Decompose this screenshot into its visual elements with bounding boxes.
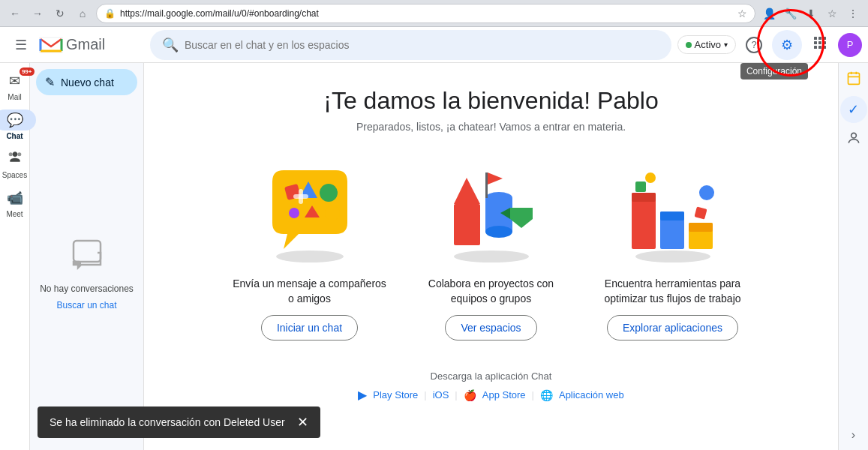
- avatar[interactable]: P: [838, 33, 862, 57]
- contacts-button[interactable]: [840, 126, 867, 153]
- star-icon[interactable]: ☆: [737, 8, 747, 20]
- svg-rect-36: [660, 212, 684, 220]
- profile-icon[interactable]: 👤: [760, 4, 778, 22]
- svg-rect-5: [818, 41, 821, 44]
- search-icon: 🔍: [162, 37, 179, 53]
- find-chat-link[interactable]: Buscar un chat: [56, 300, 116, 310]
- svg-rect-21: [293, 194, 308, 199]
- appstore-link[interactable]: App Store: [482, 389, 526, 400]
- gmail-logo-text: Gmail: [66, 36, 105, 53]
- forward-button[interactable]: →: [29, 4, 47, 22]
- new-chat-label: Nuevo chat: [61, 76, 114, 88]
- svg-rect-39: [635, 182, 646, 192]
- svg-rect-9: [823, 46, 826, 49]
- cards-row: Envía un mensaje a compañeros o amigos I…: [231, 163, 752, 340]
- sidebar-item-spaces[interactable]: Spaces: [0, 144, 30, 183]
- search-input[interactable]: [185, 39, 659, 51]
- new-chat-button[interactable]: ✎ Nuevo chat: [36, 69, 137, 95]
- content-area: ✉ 99+ Mail 💬 Chat: [0, 63, 868, 450]
- notification-bar: Se ha eliminado la conversación con Dele…: [38, 406, 320, 438]
- topbar-left: ☰ Gmail: [0, 30, 144, 60]
- gmail-logo-icon: [39, 36, 63, 54]
- reload-button[interactable]: ↻: [51, 4, 69, 22]
- card-collaborate: Colabora en proyectos con equipos o grup…: [413, 163, 570, 340]
- appstore-icon: 🍎: [464, 389, 476, 401]
- ios-link[interactable]: iOS: [433, 389, 449, 400]
- extension-icon[interactable]: 🔧: [781, 4, 799, 22]
- calendar-button[interactable]: [840, 66, 867, 93]
- help-button[interactable]: ?: [739, 30, 769, 60]
- status-dot: [686, 42, 692, 48]
- svg-rect-23: [454, 204, 480, 245]
- chevron-right-icon: ›: [851, 428, 855, 442]
- card-chat-text: Envía un mensaje a compañeros o amigos: [231, 277, 389, 306]
- store-links: ▶ Play Store | iOS | 🍎 App Store | 🌐 Apl…: [358, 388, 623, 402]
- address-bar: 🔒 https://mail.google.com/mail/u/0/#onbo…: [96, 4, 755, 23]
- menu-button[interactable]: ☰: [6, 30, 36, 60]
- left-panel: ✎ Nuevo chat No hay conversaciones Busca…: [30, 63, 144, 450]
- svg-point-16: [320, 184, 338, 202]
- notification-close-button[interactable]: ✕: [297, 414, 308, 430]
- svg-point-11: [8, 152, 12, 156]
- sidebar-icons: ✉ 99+ Mail 💬 Chat: [0, 63, 30, 450]
- svg-point-10: [17, 152, 21, 156]
- svg-rect-6: [823, 41, 826, 44]
- sidebar-item-meet[interactable]: 📹 Meet: [0, 183, 30, 222]
- topbar-right: Activo ▾ ? ⚙ Configuración: [677, 30, 862, 60]
- spaces-icon-bg: [0, 148, 36, 170]
- contacts-icon: [846, 130, 861, 149]
- welcome-subtitle: Preparados, listos, ¡a chatear! Vamos a …: [356, 121, 626, 133]
- svg-rect-7: [814, 46, 817, 49]
- topbar: ☰ Gmail 🔍: [0, 27, 868, 63]
- playstore-link[interactable]: Play Store: [373, 389, 418, 400]
- back-button[interactable]: ←: [6, 4, 24, 22]
- main-content: ¡Te damos la bienvenida! Pablo Preparado…: [144, 63, 838, 450]
- search-bar[interactable]: 🔍: [150, 30, 671, 60]
- browser-chrome: ← → ↻ ⌂ 🔒 https://mail.google.com/mail/u…: [0, 0, 868, 27]
- svg-marker-31: [488, 172, 503, 184]
- chat-label: Chat: [6, 132, 23, 140]
- mail-icon-bg: ✉ 99+: [0, 70, 36, 92]
- downloads-icon[interactable]: ⬇: [802, 4, 820, 22]
- svg-marker-28: [510, 208, 533, 228]
- view-spaces-button[interactable]: Ver espacios: [445, 315, 536, 340]
- svg-rect-34: [632, 193, 656, 202]
- app-container: ☰ Gmail 🔍: [0, 27, 868, 450]
- card-chat-image: [257, 163, 362, 268]
- tasks-icon: ✓: [848, 101, 859, 118]
- start-chat-button[interactable]: Iniciar un chat: [261, 315, 358, 340]
- explore-apps-button[interactable]: Explorar aplicaciones: [607, 315, 738, 340]
- svg-point-22: [454, 250, 529, 262]
- sidebar-expand-button[interactable]: ›: [838, 420, 868, 450]
- close-icon: ✕: [297, 414, 308, 430]
- web-icon: 🌐: [540, 389, 553, 401]
- svg-rect-8: [818, 46, 821, 49]
- status-indicator[interactable]: Activo ▾: [677, 35, 736, 54]
- home-button[interactable]: ⌂: [74, 4, 92, 22]
- svg-point-19: [325, 206, 340, 220]
- sidebar-item-mail[interactable]: ✉ 99+ Mail: [0, 66, 30, 105]
- chat-icon: 💬: [7, 112, 23, 128]
- url-text: https://mail.google.com/mail/u/0/#onboar…: [120, 8, 733, 19]
- chat-empty-icon: [69, 235, 105, 278]
- svg-marker-24: [454, 178, 480, 204]
- sep-1: |: [424, 389, 426, 400]
- card-apps: Encuentra herramientas para optimizar tu…: [594, 163, 752, 340]
- meet-icon-bg: 📹: [0, 188, 36, 208]
- apps-button[interactable]: [805, 30, 835, 60]
- bookmark-icon[interactable]: ☆: [823, 4, 841, 22]
- sidebar-item-chat[interactable]: 💬 Chat: [0, 105, 30, 144]
- settings-button[interactable]: ⚙: [772, 30, 802, 60]
- svg-point-27: [485, 226, 512, 238]
- tasks-button[interactable]: ✓: [840, 96, 867, 123]
- menu-icon[interactable]: ⋮: [844, 4, 862, 22]
- no-conversations: No hay conversaciones Buscar un chat: [36, 101, 137, 444]
- welcome-title: ¡Te damos la bienvenida! Pablo: [323, 87, 659, 115]
- download-section: Descarga la aplicación Chat ▶ Play Store…: [358, 370, 623, 402]
- spaces-label: Spaces: [2, 171, 27, 179]
- webapp-link[interactable]: Aplicación web: [559, 389, 624, 400]
- sep-2: |: [455, 389, 457, 400]
- svg-rect-4: [814, 41, 817, 44]
- new-chat-icon: ✎: [45, 75, 55, 89]
- download-label: Descarga la aplicación Chat: [431, 370, 552, 382]
